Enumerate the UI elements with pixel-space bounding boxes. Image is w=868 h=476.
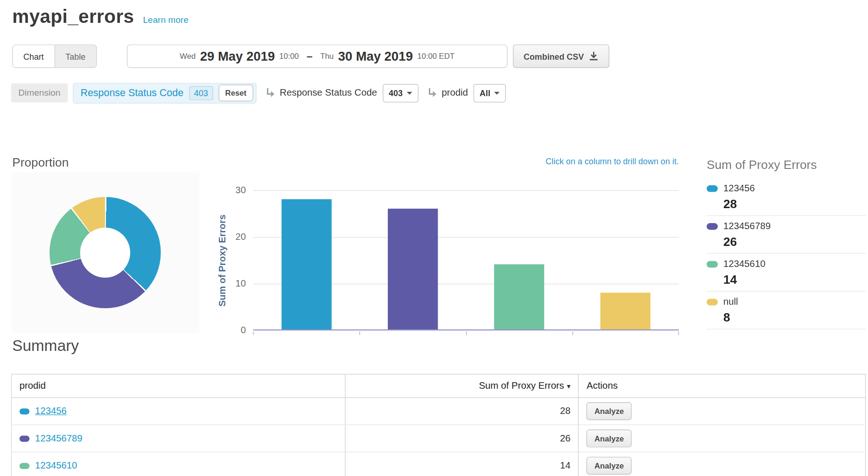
bar-column-12345610[interactable] (494, 265, 544, 330)
chart-view-button[interactable]: Chart (13, 45, 55, 68)
legend-label: 123456 (723, 183, 755, 194)
table-row: 123456 28 Analyze (11, 398, 865, 425)
table-row: 12345610 14 Analyze (11, 452, 865, 476)
proportion-title: Proportion (12, 155, 69, 170)
proportion-chart-card (11, 173, 199, 333)
chevron-down-icon (494, 91, 500, 94)
reset-button[interactable]: Reset (218, 84, 253, 101)
metric-value: 26 (345, 425, 578, 452)
start-day: Wed (180, 52, 196, 61)
legend-swatch (707, 223, 718, 230)
col-header-metric-label: Sum of Proxy Errors (479, 380, 564, 391)
view-toggle: Chart Table (12, 44, 97, 68)
learn-more-link[interactable]: Learn more (143, 15, 189, 25)
combined-csv-label: Combined CSV (524, 51, 584, 61)
analyze-button[interactable]: Analyze (587, 429, 631, 447)
end-day: Thu (320, 52, 334, 61)
x-tick (253, 332, 254, 335)
start-date: 29 May 2019 (200, 49, 275, 63)
drilldown-label-prodid: prodid (441, 87, 468, 98)
y-tick-0: 0 (217, 325, 246, 336)
donut-chart[interactable] (49, 197, 161, 308)
status-code-dropdown-value: 403 (389, 88, 403, 98)
page-title: myapi_errors (12, 6, 134, 28)
legend-swatch (707, 299, 718, 305)
legend-label: null (723, 297, 738, 308)
series-color-dot (20, 463, 29, 469)
legend-title: Sum of Proxy Errors (707, 158, 866, 173)
date-range-separator: – (307, 50, 313, 62)
x-tick (466, 332, 467, 335)
legend-value: 8 (723, 310, 866, 325)
toolbar: Chart Table Wed 29 May 2019 10:00 – Thu … (0, 44, 868, 68)
start-time: 10:00 (279, 52, 299, 61)
chevron-down-icon (406, 91, 412, 94)
x-tick (573, 332, 573, 335)
end-time: 10:00 EDT (417, 52, 455, 61)
y-tick-10: 10 (217, 278, 246, 289)
report-page: myapi_errors Learn more Chart Table Wed … (0, 0, 868, 476)
drilldown-label-response-status-code: Response Status Code (280, 87, 377, 98)
x-tick (360, 332, 360, 335)
col-header-prodid[interactable]: prodid (11, 374, 345, 398)
legend-value: 26 (723, 235, 866, 249)
metric-value: 28 (345, 398, 578, 425)
col-header-actions: Actions (579, 374, 866, 398)
prodid-link[interactable]: 123456 (35, 406, 67, 416)
status-code-dropdown[interactable]: 403 (383, 84, 418, 102)
download-icon (589, 51, 599, 61)
active-filter-value: 403 (189, 86, 213, 100)
bar-column-123456[interactable] (281, 199, 331, 330)
y-axis-label: Sum of Proxy Errors (217, 190, 228, 330)
prodid-link[interactable]: 12345610 (35, 460, 77, 471)
legend-value: 28 (723, 197, 866, 211)
page-header: myapi_errors Learn more (12, 6, 189, 28)
prodid-dropdown-value: All (480, 88, 490, 98)
drilldown-arrow-icon (427, 87, 438, 98)
drilldown-arrow-icon (265, 87, 276, 98)
chart-legend: Sum of Proxy Errors 123456 28 123456789 … (707, 158, 866, 329)
gridline (253, 190, 679, 191)
sort-desc-icon: ▾ (567, 382, 571, 391)
series-color-dot (20, 408, 29, 414)
bar-chart: Sum of Proxy Errors 30 20 10 0 (217, 183, 679, 345)
active-filter-chip: Response Status Code 403 Reset (73, 83, 257, 103)
date-range-picker[interactable]: Wed 29 May 2019 10:00 – Thu 30 May 2019 … (127, 44, 508, 68)
metric-value: 14 (345, 452, 578, 476)
prodid-dropdown[interactable]: All (474, 84, 506, 102)
table-header-row: prodid Sum of Proxy Errors▾ Actions (11, 374, 865, 398)
series-color-dot (20, 436, 29, 442)
active-filter-name: Response Status Code (80, 87, 183, 99)
prodid-link[interactable]: 123456789 (35, 433, 82, 444)
combined-csv-button[interactable]: Combined CSV (513, 44, 609, 68)
legend-swatch (707, 185, 718, 192)
bar-plot (253, 190, 679, 330)
drill-hint: Click on a column to drill down on it. (546, 156, 679, 166)
table-row: 123456789 26 Analyze (11, 425, 865, 452)
col-header-metric[interactable]: Sum of Proxy Errors▾ (345, 374, 578, 398)
legend-swatch (707, 261, 718, 267)
table-view-button[interactable]: Table (55, 45, 96, 68)
analyze-button[interactable]: Analyze (587, 457, 631, 475)
legend-item: 123456789 26 (707, 216, 866, 254)
summary-title: Summary (12, 337, 79, 355)
filter-bar: Dimension Response Status Code 403 Reset… (0, 82, 868, 103)
legend-label: 12345610 (723, 259, 765, 270)
x-axis-line (253, 329, 679, 330)
legend-item: 123456 28 (707, 178, 866, 216)
legend-item: null 8 (707, 292, 866, 329)
x-tick (678, 332, 679, 335)
legend-value: 14 (723, 273, 866, 287)
bar-column-123456789[interactable] (388, 209, 438, 330)
analyze-button[interactable]: Analyze (587, 402, 631, 420)
y-tick-30: 30 (217, 185, 246, 196)
legend-label: 123456789 (723, 221, 770, 232)
summary-table: prodid Sum of Proxy Errors▾ Actions 1234… (11, 374, 866, 476)
legend-item: 12345610 14 (707, 254, 866, 292)
y-tick-20: 20 (217, 231, 246, 243)
end-date: 30 May 2019 (338, 49, 413, 63)
dimension-label: Dimension (11, 84, 68, 103)
bar-column-null[interactable] (601, 293, 651, 330)
